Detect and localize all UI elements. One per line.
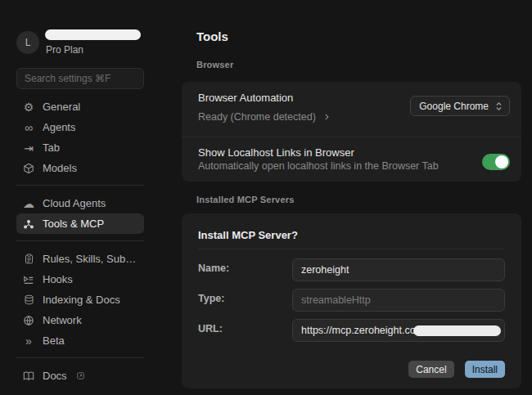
database-icon: [22, 294, 35, 307]
dialog-buttons: Cancel Install: [408, 361, 505, 378]
hooks-icon: [22, 273, 35, 286]
chevron-up-down-icon: [495, 101, 503, 111]
sidebar-item-label: Rules, Skills, Subag…: [43, 253, 138, 265]
hub-icon: [22, 218, 35, 231]
sidebar-item-docs[interactable]: Docs: [16, 366, 144, 386]
toggle-knob: [495, 155, 508, 168]
sidebar-nav: ⚙ General ∞ Agents ⇥ Tab Models: [16, 97, 144, 386]
chevrons-right-icon: »: [22, 334, 35, 348]
sidebar-item-label: Beta: [43, 334, 65, 347]
sidebar-item-label: Indexing & Docs: [43, 294, 120, 306]
install-button[interactable]: Install: [465, 361, 505, 378]
dialog-divider: [198, 249, 505, 249]
url-field-label: URL:: [198, 323, 223, 334]
browser-card: Browser Automation Ready (Chrome detecte…: [182, 82, 521, 182]
sidebar-item-network[interactable]: Network: [16, 310, 144, 330]
tab-arrow-icon: ⇥: [22, 141, 35, 155]
name-field[interactable]: zeroheight: [292, 258, 505, 281]
type-field-label: Type:: [198, 293, 224, 304]
main-panel: Tools Browser Browser Automation Ready (…: [182, 0, 521, 395]
sidebar-item-label: Tab: [43, 141, 60, 154]
sidebar-item-models[interactable]: Models: [16, 158, 144, 178]
sidebar-item-label: Hooks: [43, 273, 73, 285]
book-icon: [22, 370, 35, 383]
globe-icon: [22, 314, 35, 327]
browser-select-value: Google Chrome: [419, 101, 489, 112]
cloud-icon: ☁: [22, 197, 35, 210]
localhost-links-toggle[interactable]: [482, 154, 510, 170]
sidebar-item-label: Agents: [43, 121, 75, 133]
sidebar-item-label: Network: [43, 314, 82, 326]
localhost-links-title: Show Localhost Links in Browser: [198, 146, 354, 159]
plan-label: Pro Plan: [46, 44, 83, 56]
sidebar-item-label: Cloud Agents: [43, 197, 106, 209]
card-divider: [182, 137, 521, 137]
sidebar-item-label: Models: [43, 162, 77, 174]
type-field[interactable]: streamableHttp: [292, 289, 505, 312]
sidebar-item-hooks[interactable]: Hooks: [16, 269, 144, 290]
installed-mcp-section-label: Installed MCP Servers: [196, 195, 295, 204]
cube-icon: [22, 162, 35, 175]
sidebar-item-tab[interactable]: ⇥ Tab: [16, 137, 144, 158]
chevron-right-icon: [322, 113, 331, 121]
sidebar: L Pro Plan ⚙ General ∞ Agents ⇥ Tab: [0, 0, 172, 395]
redaction-bar: [413, 325, 501, 336]
browser-automation-status[interactable]: Ready (Chrome detected): [198, 111, 331, 123]
status-text: Ready (Chrome detected): [198, 111, 316, 123]
external-link-icon: [76, 371, 85, 380]
sidebar-item-label: General: [43, 101, 80, 113]
search-input[interactable]: [16, 68, 144, 89]
sidebar-item-agents[interactable]: ∞ Agents: [16, 117, 144, 137]
sidebar-item-label: Tools & MCP: [43, 218, 104, 230]
redaction-bar: [45, 29, 141, 40]
clipboard-icon: [22, 253, 35, 266]
cancel-button[interactable]: Cancel: [408, 361, 453, 378]
infinity-icon: ∞: [22, 121, 35, 134]
name-field-label: Name:: [198, 263, 229, 274]
avatar[interactable]: L: [16, 31, 39, 54]
sidebar-item-general[interactable]: ⚙ General: [16, 97, 144, 117]
sidebar-divider: [16, 357, 144, 358]
sidebar-item-rules[interactable]: Rules, Skills, Subag…: [16, 249, 144, 269]
install-mcp-dialog: Install MCP Server? Name: zeroheight Typ…: [182, 213, 521, 388]
browser-section-label: Browser: [196, 60, 233, 70]
browser-automation-title: Browser Automation: [198, 92, 293, 104]
sidebar-divider: [16, 240, 144, 241]
sidebar-item-cloud-agents[interactable]: ☁ Cloud Agents: [16, 193, 144, 213]
sidebar-item-indexing-docs[interactable]: Indexing & Docs: [16, 290, 144, 310]
dialog-title: Install MCP Server?: [198, 229, 298, 241]
sidebar-item-tools-mcp[interactable]: Tools & MCP: [16, 213, 144, 234]
sidebar-item-label: Docs: [43, 370, 67, 382]
sidebar-divider: [16, 185, 144, 186]
localhost-links-subtitle: Automatically open localhost links in th…: [198, 160, 439, 172]
url-field[interactable]: https://mcp.zeroheight.com/m: [292, 319, 505, 342]
page-title: Tools: [196, 29, 228, 43]
settings-window: L Pro Plan ⚙ General ∞ Agents ⇥ Tab: [0, 0, 532, 395]
browser-select[interactable]: Google Chrome: [410, 96, 510, 116]
sidebar-item-beta[interactable]: » Beta: [16, 330, 144, 351]
gear-icon: ⚙: [22, 101, 35, 114]
